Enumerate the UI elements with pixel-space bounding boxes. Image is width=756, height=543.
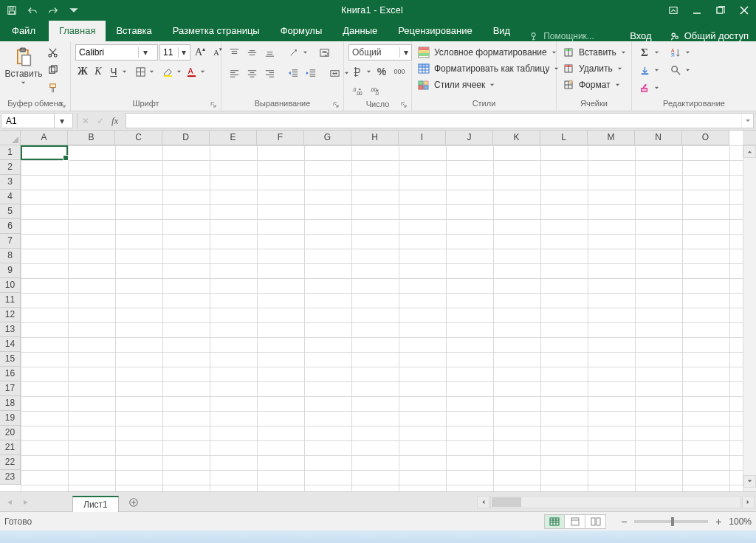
font-size-combo[interactable]: ▾ <box>159 44 190 60</box>
font-size-input[interactable] <box>160 47 178 58</box>
tab-review[interactable]: Рецензирование <box>388 21 482 41</box>
row-header-16[interactable]: 16 <box>0 367 21 381</box>
sheet-nav-prev-icon[interactable]: ◂ <box>1 494 18 510</box>
format-as-table-button[interactable]: Форматировать как таблицу <box>416 60 561 77</box>
tab-data[interactable]: Данные <box>332 21 388 41</box>
qat-customize-icon[interactable] <box>65 2 83 18</box>
column-header-B[interactable]: B <box>68 131 115 145</box>
row-header-4[interactable]: 4 <box>0 190 21 204</box>
view-page-break-icon[interactable] <box>585 514 606 529</box>
scroll-right-icon[interactable] <box>742 496 755 508</box>
row-header-6[interactable]: 6 <box>0 219 21 234</box>
row-header-9[interactable]: 9 <box>0 263 21 278</box>
row-header-11[interactable]: 11 <box>0 293 21 308</box>
font-name-input[interactable] <box>76 47 138 58</box>
expand-formula-bar-icon[interactable] <box>741 114 753 128</box>
column-header-F[interactable]: F <box>257 131 304 145</box>
column-header-K[interactable]: K <box>493 131 540 145</box>
chevron-down-icon[interactable] <box>685 50 691 55</box>
sheet-nav-next-icon[interactable]: ▸ <box>18 494 34 510</box>
row-header-18[interactable]: 18 <box>0 396 21 411</box>
delete-cells-button[interactable]: Удалить <box>561 60 625 77</box>
insert-function-icon[interactable]: fx <box>111 115 121 127</box>
clear-icon[interactable] <box>636 80 653 96</box>
align-middle-icon[interactable] <box>244 44 260 60</box>
scroll-down-icon[interactable] <box>743 475 756 488</box>
ribbon-options-icon[interactable] <box>662 0 685 21</box>
align-left-icon[interactable] <box>226 65 242 81</box>
increase-indent-icon[interactable] <box>303 65 319 81</box>
format-painter-icon[interactable] <box>44 80 61 96</box>
decrease-indent-icon[interactable] <box>285 65 301 81</box>
conditional-formatting-button[interactable]: Условное форматирование <box>416 44 559 60</box>
row-header-12[interactable]: 12 <box>0 308 21 322</box>
increase-font-icon[interactable]: A▴ <box>192 44 208 60</box>
column-header-C[interactable]: C <box>115 131 162 145</box>
zoom-level[interactable]: 100% <box>729 516 752 527</box>
column-header-L[interactable]: L <box>540 131 588 145</box>
scroll-left-icon[interactable] <box>477 496 489 508</box>
column-header-J[interactable]: J <box>446 131 493 145</box>
fill-color-icon[interactable] <box>159 63 176 80</box>
chevron-down-icon[interactable] <box>149 69 155 75</box>
font-color-icon[interactable]: A <box>183 63 199 80</box>
align-center-icon[interactable] <box>244 65 260 81</box>
chevron-down-icon[interactable] <box>303 50 309 55</box>
chevron-down-icon[interactable] <box>654 50 660 55</box>
horizontal-scrollbar[interactable] <box>477 496 756 508</box>
column-header-E[interactable]: E <box>210 131 257 145</box>
column-header-D[interactable]: D <box>162 131 210 145</box>
chevron-down-icon[interactable] <box>685 68 691 73</box>
cut-icon[interactable] <box>44 44 61 60</box>
row-header-3[interactable]: 3 <box>0 175 21 190</box>
row-header-20[interactable]: 20 <box>0 426 21 440</box>
row-header-15[interactable]: 15 <box>0 352 21 367</box>
number-format-combo[interactable]: Общий ▾ <box>348 44 412 60</box>
column-header-N[interactable]: N <box>635 131 682 145</box>
row-header-2[interactable]: 2 <box>0 160 21 175</box>
row-header-5[interactable]: 5 <box>0 204 21 219</box>
name-box-input[interactable] <box>2 114 54 128</box>
chevron-down-icon[interactable]: ▾ <box>178 47 188 58</box>
merge-center-icon[interactable] <box>326 65 343 81</box>
chevron-down-icon[interactable] <box>122 69 128 75</box>
cells-area[interactable] <box>21 145 743 491</box>
close-icon[interactable] <box>732 0 756 21</box>
row-header-21[interactable]: 21 <box>0 440 21 455</box>
chevron-down-icon[interactable] <box>654 68 660 73</box>
column-header-M[interactable]: M <box>588 131 635 145</box>
align-bottom-icon[interactable] <box>261 44 278 60</box>
chevron-down-icon[interactable]: ▾ <box>138 47 151 58</box>
tab-pagelayout[interactable]: Разметка страницы <box>162 21 270 41</box>
number-launcher-icon[interactable] <box>400 100 409 109</box>
tell-me-search[interactable]: Помощник... <box>520 31 594 41</box>
save-icon[interactable] <box>3 2 21 18</box>
find-select-icon[interactable] <box>667 62 684 78</box>
add-sheet-button[interactable] <box>125 494 142 511</box>
scrollbar-thumb[interactable] <box>492 497 521 507</box>
zoom-in-button[interactable]: + <box>712 516 724 528</box>
row-header-22[interactable]: 22 <box>0 455 21 470</box>
row-header-19[interactable]: 19 <box>0 411 21 426</box>
view-page-layout-icon[interactable] <box>565 514 585 529</box>
accounting-format-icon[interactable] <box>348 63 365 80</box>
column-header-H[interactable]: H <box>351 131 399 145</box>
format-cells-button[interactable]: Формат <box>561 77 622 93</box>
align-right-icon[interactable] <box>261 65 278 81</box>
tab-view[interactable]: Вид <box>483 21 521 41</box>
chevron-down-icon[interactable] <box>366 69 372 75</box>
name-box[interactable]: ▾ <box>2 113 73 128</box>
chevron-down-icon[interactable]: ▾ <box>54 114 69 128</box>
chevron-down-icon[interactable]: ▾ <box>399 47 411 58</box>
comma-style-icon[interactable]: 000 <box>391 63 408 80</box>
fill-icon[interactable] <box>636 62 653 78</box>
vertical-scrollbar[interactable] <box>743 145 756 491</box>
sort-filter-icon[interactable]: AЯ <box>667 44 684 60</box>
borders-icon[interactable] <box>132 63 148 80</box>
login-link[interactable]: Вход <box>619 30 662 41</box>
row-header-13[interactable]: 13 <box>0 322 21 337</box>
column-header-A[interactable]: A <box>21 131 68 145</box>
column-header-O[interactable]: O <box>682 131 729 145</box>
active-cell[interactable] <box>21 145 68 160</box>
column-header-I[interactable]: I <box>399 131 446 145</box>
